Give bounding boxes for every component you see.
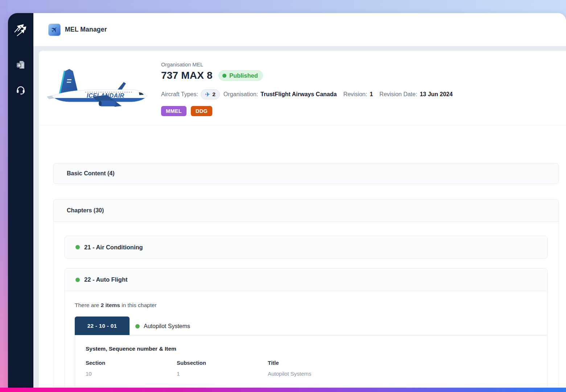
revision-date-label: Revision Date: [380,91,417,98]
trustflight-logo-arrows-icon[interactable] [12,21,29,38]
mel-type-label: Organisation MEL [161,62,453,68]
organisation-value: TrustFlight Airways Canada [261,91,337,98]
chapter-card-22: 22 - Auto Flight There are 2 items in th… [65,268,547,392]
content-card: ICELANDAIR Organisation MEL 737 MAX 8 [39,51,566,392]
table-cell-subsection: 1 [177,371,268,377]
chapters-title: Chapters (30) [67,207,104,214]
headset-support-icon[interactable] [12,81,29,98]
table-header-title: Title [268,360,547,366]
chapter-card-21: 21 - Air Conditioning [65,236,547,259]
table-header-section: Section [86,360,177,366]
item-status-dot-icon [135,324,140,328]
mel-info: Organisation MEL 737 MAX 8 Published Air… [161,62,453,116]
mel-item: 22 - 10 - 01 Autopilot Systems System, S… [75,317,547,391]
aircraft-types-label: Aircraft Types: [161,91,198,98]
mmel-tag: MMEL [161,106,186,116]
panel-basic-content: Basic Content (4) [53,163,559,184]
aircraft-types-pill[interactable]: ✈ 2 [201,89,220,99]
chapter-22-header[interactable]: 22 - Auto Flight [65,269,547,291]
chapter-status-dot-icon [75,278,80,282]
spreadsheet-export-icon[interactable]: ✈ [12,57,29,73]
revision-label: Revision: [343,91,367,98]
airplane-icon: ✈ [49,24,60,35]
aircraft-types-count: 2 [212,91,216,98]
app-title: MEL Manager [65,26,107,33]
table-header-subsection: Subsection [177,360,268,366]
revision-value: 1 [370,91,373,98]
desktop-background: ✈ ✈ MEL Manager [0,0,566,392]
chapter-21-label: 21 - Air Conditioning [84,244,143,251]
mel-summary-header: ICELANDAIR Organisation MEL 737 MAX 8 [39,51,566,125]
item-title: Autopilot Systems [144,323,190,330]
item-detail: System, Sequence number & Item Section S… [75,335,547,391]
item-tab-row: 22 - 10 - 01 Autopilot Systems [75,317,547,335]
panel-chapters: Chapters (30) 21 - Air Conditioning [53,199,559,392]
status-text: Published [229,72,258,79]
sidebar: ✈ [8,13,33,392]
mel-body: Basic Content (4) Chapters (30) [39,125,566,392]
aircraft-photo: ICELANDAIR [46,65,153,109]
app-header: ✈ MEL Manager [33,13,566,46]
airplane-icon: ✈ [205,91,210,98]
chapter-status-dot-icon [75,245,80,249]
mel-meta-row: Aircraft Types: ✈ 2 Organisation: TrustF… [161,89,453,99]
mel-tags: MMEL DDG [161,106,453,116]
item-detail-table: Section Subsection Title 10 1 Autopilot … [86,360,547,377]
item-section-heading: System, Sequence number & Item [86,346,547,352]
status-dot-icon [222,74,226,78]
basic-content-header[interactable]: Basic Content (4) [53,163,559,184]
item-title-row: Autopilot Systems [135,323,190,330]
chapter-21-header[interactable]: 21 - Air Conditioning [65,236,547,258]
revision-date-value: 13 Jun 2024 [420,91,453,98]
status-badge: Published [218,70,263,81]
app-window: ✈ ✈ MEL Manager [8,13,566,392]
table-cell-section: 10 [86,371,177,377]
item-code-tab[interactable]: 22 - 10 - 01 [75,317,130,335]
basic-content-title: Basic Content (4) [67,170,115,177]
window-frame-left [0,0,8,392]
chapters-list: 21 - Air Conditioning 22 - Auto Flight [53,222,559,392]
mel-title: 737 MAX 8 [161,70,213,81]
svg-text:✈: ✈ [17,63,21,68]
organisation-label: Organisation: [223,91,258,98]
ddg-tag: DDG [191,106,212,116]
window-frame-bottom-gradient [0,388,566,392]
table-cell-title: Autopilot Systems [268,371,547,377]
chapter-22-label: 22 - Auto Flight [84,276,127,283]
chapter-22-body: There are 2 items in this chapter 22 - 1… [65,291,547,391]
mel-app-icon: ✈ [48,24,61,36]
chapters-header[interactable]: Chapters (30) [53,199,559,222]
chapter-items-count-text: There are 2 items in this chapter [75,302,547,309]
main-area: ✈ MEL Manager [33,13,566,392]
